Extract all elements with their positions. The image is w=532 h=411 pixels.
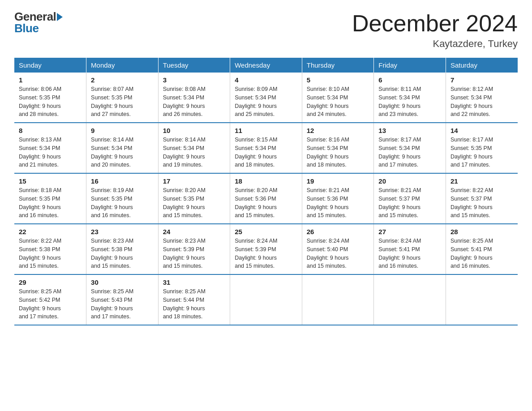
calendar-week-5: 29Sunrise: 8:25 AM Sunset: 5:42 PM Dayli…	[14, 274, 518, 325]
calendar-cell: 25Sunrise: 8:24 AM Sunset: 5:39 PM Dayli…	[230, 224, 302, 274]
calendar-cell: 31Sunrise: 8:25 AM Sunset: 5:44 PM Dayli…	[158, 274, 230, 325]
day-number: 19	[307, 177, 369, 185]
calendar-cell: 13Sunrise: 8:17 AM Sunset: 5:34 PM Dayli…	[374, 123, 446, 173]
calendar-cell: 20Sunrise: 8:21 AM Sunset: 5:37 PM Dayli…	[374, 173, 446, 224]
weekday-header-wednesday: Wednesday	[230, 58, 302, 73]
calendar-week-1: 1Sunrise: 8:06 AM Sunset: 5:35 PM Daylig…	[14, 73, 518, 123]
day-number: 28	[450, 228, 513, 235]
page-subtitle: Kaytazdere, Turkey	[352, 38, 518, 50]
day-info: Sunrise: 8:17 AM Sunset: 5:35 PM Dayligh…	[450, 136, 513, 169]
day-info: Sunrise: 8:07 AM Sunset: 5:35 PM Dayligh…	[91, 85, 154, 119]
calendar-cell	[302, 274, 374, 325]
day-number: 31	[163, 278, 226, 286]
day-number: 10	[163, 127, 226, 134]
day-number: 18	[235, 177, 297, 185]
day-number: 13	[378, 127, 441, 134]
day-number: 17	[163, 177, 226, 185]
day-number: 9	[91, 127, 154, 134]
calendar-cell: 10Sunrise: 8:14 AM Sunset: 5:34 PM Dayli…	[158, 123, 230, 173]
day-number: 24	[163, 228, 226, 235]
day-number: 6	[378, 76, 441, 84]
calendar-week-4: 22Sunrise: 8:22 AM Sunset: 5:38 PM Dayli…	[14, 224, 518, 274]
weekday-header-monday: Monday	[86, 58, 159, 73]
day-info: Sunrise: 8:12 AM Sunset: 5:34 PM Dayligh…	[450, 85, 513, 119]
logo-arrow-icon	[57, 13, 63, 21]
day-number: 26	[307, 228, 369, 235]
day-info: Sunrise: 8:24 AM Sunset: 5:40 PM Dayligh…	[307, 237, 369, 270]
day-number: 30	[91, 278, 154, 286]
calendar-cell	[374, 274, 446, 325]
calendar-week-2: 8Sunrise: 8:13 AM Sunset: 5:34 PM Daylig…	[14, 123, 518, 173]
day-number: 20	[378, 177, 441, 185]
day-info: Sunrise: 8:13 AM Sunset: 5:34 PM Dayligh…	[19, 136, 82, 169]
calendar-cell: 23Sunrise: 8:23 AM Sunset: 5:38 PM Dayli…	[86, 224, 159, 274]
calendar-cell: 14Sunrise: 8:17 AM Sunset: 5:35 PM Dayli…	[446, 123, 518, 173]
weekday-header-thursday: Thursday	[302, 58, 374, 73]
calendar-cell	[446, 274, 518, 325]
day-number: 29	[19, 278, 82, 286]
day-info: Sunrise: 8:21 AM Sunset: 5:36 PM Dayligh…	[307, 186, 369, 220]
calendar-cell: 8Sunrise: 8:13 AM Sunset: 5:34 PM Daylig…	[14, 123, 86, 173]
day-info: Sunrise: 8:11 AM Sunset: 5:34 PM Dayligh…	[378, 85, 441, 119]
day-info: Sunrise: 8:14 AM Sunset: 5:34 PM Dayligh…	[91, 136, 154, 169]
calendar-cell: 9Sunrise: 8:14 AM Sunset: 5:34 PM Daylig…	[86, 123, 159, 173]
weekday-header-saturday: Saturday	[446, 58, 518, 73]
calendar-cell: 30Sunrise: 8:25 AM Sunset: 5:43 PM Dayli…	[86, 274, 159, 325]
day-number: 22	[19, 228, 82, 235]
day-info: Sunrise: 8:22 AM Sunset: 5:38 PM Dayligh…	[19, 237, 82, 270]
calendar-cell: 18Sunrise: 8:20 AM Sunset: 5:36 PM Dayli…	[230, 173, 302, 224]
calendar-cell: 3Sunrise: 8:08 AM Sunset: 5:34 PM Daylig…	[158, 73, 230, 123]
calendar-cell	[230, 274, 302, 325]
calendar-week-3: 15Sunrise: 8:18 AM Sunset: 5:35 PM Dayli…	[14, 173, 518, 224]
calendar-cell: 29Sunrise: 8:25 AM Sunset: 5:42 PM Dayli…	[14, 274, 86, 325]
day-info: Sunrise: 8:17 AM Sunset: 5:34 PM Dayligh…	[378, 136, 441, 169]
day-info: Sunrise: 8:14 AM Sunset: 5:34 PM Dayligh…	[163, 136, 226, 169]
day-number: 12	[307, 127, 369, 134]
calendar-cell: 11Sunrise: 8:15 AM Sunset: 5:34 PM Dayli…	[230, 123, 302, 173]
calendar-cell: 5Sunrise: 8:10 AM Sunset: 5:34 PM Daylig…	[302, 73, 374, 123]
day-number: 14	[450, 127, 513, 134]
title-area: December 2024 Kaytazdere, Turkey	[352, 11, 518, 50]
day-number: 7	[450, 76, 513, 84]
calendar-cell: 22Sunrise: 8:22 AM Sunset: 5:38 PM Dayli…	[14, 224, 86, 274]
day-info: Sunrise: 8:16 AM Sunset: 5:34 PM Dayligh…	[307, 136, 369, 169]
calendar-cell: 24Sunrise: 8:23 AM Sunset: 5:39 PM Dayli…	[158, 224, 230, 274]
calendar-cell: 6Sunrise: 8:11 AM Sunset: 5:34 PM Daylig…	[374, 73, 446, 123]
calendar-cell: 21Sunrise: 8:22 AM Sunset: 5:37 PM Dayli…	[446, 173, 518, 224]
day-info: Sunrise: 8:06 AM Sunset: 5:35 PM Dayligh…	[19, 85, 82, 119]
day-number: 3	[163, 76, 226, 84]
day-number: 15	[19, 177, 82, 185]
day-info: Sunrise: 8:08 AM Sunset: 5:34 PM Dayligh…	[163, 85, 226, 119]
page-header: General Blue December 2024 Kaytazdere, T…	[14, 11, 518, 50]
day-number: 5	[307, 76, 369, 84]
weekday-header-sunday: Sunday	[14, 58, 86, 73]
day-info: Sunrise: 8:18 AM Sunset: 5:35 PM Dayligh…	[19, 186, 82, 220]
calendar-cell: 28Sunrise: 8:25 AM Sunset: 5:41 PM Dayli…	[446, 224, 518, 274]
day-number: 1	[19, 76, 82, 84]
day-number: 2	[91, 76, 154, 84]
day-number: 27	[378, 228, 441, 235]
day-info: Sunrise: 8:21 AM Sunset: 5:37 PM Dayligh…	[378, 186, 441, 220]
calendar-cell: 19Sunrise: 8:21 AM Sunset: 5:36 PM Dayli…	[302, 173, 374, 224]
day-info: Sunrise: 8:23 AM Sunset: 5:39 PM Dayligh…	[163, 237, 226, 270]
day-number: 16	[91, 177, 154, 185]
weekday-header-friday: Friday	[374, 58, 446, 73]
day-info: Sunrise: 8:24 AM Sunset: 5:41 PM Dayligh…	[378, 237, 441, 270]
calendar-cell: 12Sunrise: 8:16 AM Sunset: 5:34 PM Dayli…	[302, 123, 374, 173]
day-info: Sunrise: 8:20 AM Sunset: 5:35 PM Dayligh…	[163, 186, 226, 220]
page-title: December 2024	[352, 11, 518, 36]
day-number: 23	[91, 228, 154, 235]
day-info: Sunrise: 8:10 AM Sunset: 5:34 PM Dayligh…	[307, 85, 369, 119]
day-info: Sunrise: 8:25 AM Sunset: 5:44 PM Dayligh…	[163, 287, 226, 321]
day-info: Sunrise: 8:15 AM Sunset: 5:34 PM Dayligh…	[235, 136, 297, 169]
calendar-cell: 27Sunrise: 8:24 AM Sunset: 5:41 PM Dayli…	[374, 224, 446, 274]
weekday-header-tuesday: Tuesday	[158, 58, 230, 73]
day-info: Sunrise: 8:25 AM Sunset: 5:43 PM Dayligh…	[91, 287, 154, 321]
calendar-cell: 17Sunrise: 8:20 AM Sunset: 5:35 PM Dayli…	[158, 173, 230, 224]
calendar-cell: 7Sunrise: 8:12 AM Sunset: 5:34 PM Daylig…	[446, 73, 518, 123]
logo: General Blue	[14, 11, 63, 34]
day-number: 21	[450, 177, 513, 185]
day-info: Sunrise: 8:09 AM Sunset: 5:34 PM Dayligh…	[235, 85, 297, 119]
day-info: Sunrise: 8:24 AM Sunset: 5:39 PM Dayligh…	[235, 237, 297, 270]
day-number: 4	[235, 76, 297, 84]
